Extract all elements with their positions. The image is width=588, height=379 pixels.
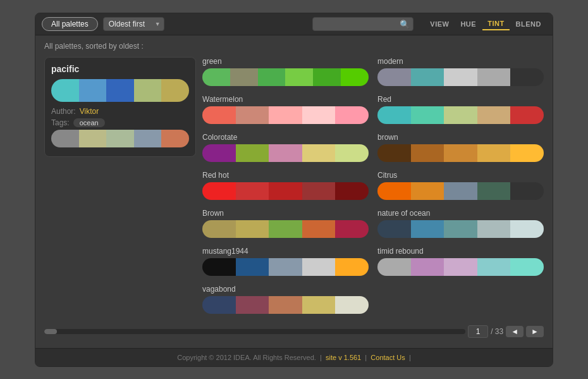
pagination-bar: 1 / 33 ◄ ► xyxy=(44,325,544,338)
all-palettes-button[interactable]: All palettes xyxy=(42,17,98,31)
tags-label: Tags: xyxy=(51,118,70,127)
list-item[interactable]: green xyxy=(202,57,369,89)
page-input[interactable]: 1 xyxy=(468,325,488,338)
palette-name-label: vagabond xyxy=(202,285,369,294)
tags-row: Tags: ocean xyxy=(51,118,189,127)
palette-color-strip xyxy=(377,106,544,124)
list-item[interactable]: Citrus xyxy=(377,171,544,202)
palette-name-label: Colorotate xyxy=(202,133,369,142)
list-item[interactable]: modern xyxy=(377,57,544,89)
contact-link[interactable]: Contact Us xyxy=(371,354,405,361)
list-item[interactable]: Colorotate xyxy=(202,133,369,165)
search-wrapper: 🔍 xyxy=(312,17,413,31)
palette-color-strip xyxy=(202,182,369,200)
palette-color-strip xyxy=(202,144,369,162)
palette-color-strip xyxy=(202,220,369,238)
featured-panel: pacific Author: Viktor Tags: ocean xyxy=(44,57,196,316)
palette-color-strip xyxy=(377,68,544,86)
view-button[interactable]: VIEW xyxy=(425,18,454,30)
palette-name-label: Red hot xyxy=(202,171,369,180)
featured-strip2 xyxy=(51,130,189,147)
palette-name-label: brown xyxy=(377,133,544,142)
featured-strip1 xyxy=(51,79,189,102)
list-item[interactable]: Red hot xyxy=(202,171,369,202)
list-item[interactable]: Watermelon xyxy=(202,95,369,127)
palette-name-label: nature of ocean xyxy=(377,209,544,218)
palette-name-label: Watermelon xyxy=(202,95,369,104)
list-item[interactable]: brown xyxy=(377,133,544,165)
next-button[interactable]: ► xyxy=(526,326,544,337)
outer-wrap: All palettes Oldest first Newest first M… xyxy=(0,0,588,379)
hue-button[interactable]: HUE xyxy=(455,18,481,30)
featured-palette-name: pacific xyxy=(51,64,189,74)
palette-color-strip xyxy=(202,106,369,124)
footer: Copyright © 2012 IDEA. All Rights Reserv… xyxy=(35,348,553,366)
palette-color-strip xyxy=(202,68,369,86)
sort-wrapper: Oldest first Newest first Most liked Mos… xyxy=(103,17,164,31)
palette-color-strip xyxy=(377,144,544,162)
list-item[interactable]: timid rebound xyxy=(377,247,544,278)
author-row: Author: Viktor xyxy=(51,107,189,116)
palette-color-strip xyxy=(202,296,369,314)
list-item[interactable]: Brown xyxy=(202,209,369,240)
progress-bar-fill xyxy=(44,329,57,334)
site-version-link[interactable]: site v 1.561 xyxy=(326,354,361,361)
prev-button[interactable]: ◄ xyxy=(506,326,524,337)
palette-name-label: green xyxy=(202,57,369,66)
author-label: Author: xyxy=(51,107,76,116)
list-item[interactable]: Red xyxy=(377,95,544,127)
palette-name-label: Brown xyxy=(202,209,369,218)
tint-button[interactable]: TINT xyxy=(482,18,509,30)
palette-color-strip xyxy=(377,220,544,238)
copyright: Copyright © 2012 IDEA. All Rights Reserv… xyxy=(177,354,316,361)
total-pages: / 33 xyxy=(491,327,503,336)
palette-grid: greenmodernWatermelonRedColorotatebrownR… xyxy=(202,57,544,316)
list-item[interactable]: vagabond xyxy=(202,285,369,316)
palette-name-label: modern xyxy=(377,57,544,66)
top-bar: All palettes Oldest first Newest first M… xyxy=(35,13,553,35)
list-item[interactable]: nature of ocean xyxy=(377,209,544,240)
palette-color-strip xyxy=(377,258,544,276)
author-value: Viktor xyxy=(80,107,99,116)
palette-name-label: Citrus xyxy=(377,171,544,180)
sort-select[interactable]: Oldest first Newest first Most liked Mos… xyxy=(103,17,164,31)
inner-app: All palettes Oldest first Newest first M… xyxy=(35,13,553,367)
palette-color-strip xyxy=(377,182,544,200)
featured-card: pacific Author: Viktor Tags: ocean xyxy=(44,57,196,157)
search-icon[interactable]: 🔍 xyxy=(400,20,410,29)
content-area: pacific Author: Viktor Tags: ocean xyxy=(44,57,544,316)
sort-label: All palettes, sorted by oldest : xyxy=(44,42,544,51)
palette-name-label: timid rebound xyxy=(377,247,544,256)
progress-bar-wrap xyxy=(44,329,465,334)
page-input-wrap: 1 / 33 ◄ ► xyxy=(468,325,544,338)
palette-color-strip xyxy=(202,258,369,276)
view-buttons: VIEW HUE TINT BLEND xyxy=(425,18,546,30)
list-item[interactable]: mustang1944 xyxy=(202,247,369,278)
tag-value[interactable]: ocean xyxy=(73,118,105,127)
blend-button[interactable]: BLEND xyxy=(511,18,546,30)
palette-name-label: mustang1944 xyxy=(202,247,369,256)
main-container: All palettes, sorted by oldest : pacific… xyxy=(35,35,553,344)
search-input[interactable] xyxy=(312,17,413,31)
palette-name-label: Red xyxy=(377,95,544,104)
